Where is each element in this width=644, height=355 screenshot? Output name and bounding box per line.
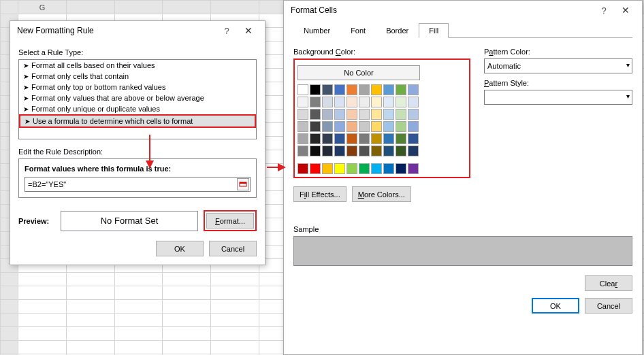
help-button[interactable]: ? [594, 5, 613, 16]
color-swatch[interactable] [371, 97, 382, 107]
color-swatch[interactable] [347, 133, 357, 144]
color-swatch[interactable] [297, 109, 308, 120]
rule-type-item[interactable]: ➤Format all cells based on their values [19, 60, 256, 71]
color-swatch[interactable] [310, 146, 321, 156]
color-swatch[interactable] [334, 97, 345, 107]
color-swatch[interactable] [334, 121, 345, 132]
pattern-color-select[interactable] [484, 58, 632, 73]
no-color-button[interactable]: No Color [297, 65, 420, 80]
color-swatch[interactable] [359, 133, 370, 144]
rule-type-item-formula[interactable]: ➤Use a formula to determine which cells … [19, 114, 256, 128]
color-swatch[interactable] [310, 133, 321, 144]
ok-button[interactable]: OK [532, 298, 579, 314]
more-colors-button[interactable]: More Colors... [352, 186, 411, 202]
color-swatch[interactable] [359, 109, 370, 120]
color-swatch[interactable] [359, 97, 370, 107]
color-swatch[interactable] [371, 84, 382, 95]
color-swatch[interactable] [383, 146, 394, 156]
tab-number[interactable]: Number [293, 23, 340, 38]
new-formatting-rule-dialog: New Formatting Rule ? ✕ Select a Rule Ty… [10, 20, 265, 265]
color-swatch[interactable] [408, 121, 419, 132]
color-swatch[interactable] [408, 146, 419, 156]
fill-effects-button[interactable]: Fill Effects... [293, 186, 347, 202]
cancel-button[interactable]: Cancel [209, 241, 257, 256]
rule-type-list[interactable]: ➤Format all cells based on their values … [18, 59, 257, 139]
color-swatch[interactable] [347, 121, 357, 132]
col-header[interactable]: G [18, 1, 67, 14]
range-selector-button[interactable] [237, 178, 249, 190]
cancel-button[interactable]: Cancel [585, 298, 632, 314]
color-swatch[interactable] [347, 109, 357, 120]
color-swatch[interactable] [297, 97, 308, 107]
color-swatch[interactable] [347, 84, 357, 95]
color-swatch[interactable] [322, 121, 333, 132]
color-swatch[interactable] [408, 109, 419, 120]
color-swatch[interactable] [310, 97, 321, 107]
color-swatch[interactable] [322, 84, 333, 95]
tab-font[interactable]: Font [340, 23, 376, 38]
color-swatch[interactable] [396, 109, 406, 120]
color-swatch[interactable] [310, 121, 321, 132]
color-swatch[interactable] [310, 84, 321, 95]
color-swatch[interactable] [334, 163, 345, 174]
color-swatch[interactable] [334, 133, 345, 144]
color-swatch[interactable] [396, 84, 406, 95]
color-swatch[interactable] [347, 163, 357, 174]
color-swatch[interactable] [322, 109, 333, 120]
color-swatch[interactable] [334, 109, 345, 120]
color-swatch[interactable] [383, 109, 394, 120]
color-swatch[interactable] [396, 121, 406, 132]
color-swatch[interactable] [322, 163, 333, 174]
color-swatch[interactable] [371, 163, 382, 174]
pattern-style-select[interactable] [484, 90, 632, 105]
color-swatch[interactable] [334, 146, 345, 156]
color-swatch[interactable] [347, 146, 357, 156]
color-swatch[interactable] [371, 121, 382, 132]
color-swatch[interactable] [408, 163, 419, 174]
color-swatch[interactable] [297, 146, 308, 156]
ok-button[interactable]: OK [156, 241, 204, 256]
rule-type-item[interactable]: ➤Format only values that are above or be… [19, 92, 256, 103]
color-swatch[interactable] [408, 97, 419, 107]
color-swatch[interactable] [322, 97, 333, 107]
color-swatch[interactable] [322, 146, 333, 156]
rule-type-item[interactable]: ➤Format only top or bottom ranked values [19, 82, 256, 92]
color-swatch[interactable] [408, 84, 419, 95]
formula-input[interactable] [25, 177, 251, 192]
color-swatch[interactable] [359, 146, 370, 156]
color-swatch[interactable] [371, 133, 382, 144]
color-swatch[interactable] [359, 121, 370, 132]
color-swatch[interactable] [383, 163, 394, 174]
format-button[interactable]: Format... [206, 213, 254, 229]
color-swatch[interactable] [310, 109, 321, 120]
tab-fill[interactable]: Fill [419, 23, 449, 38]
color-swatch[interactable] [383, 133, 394, 144]
tab-border[interactable]: Border [376, 23, 419, 38]
close-button[interactable]: ✕ [613, 3, 638, 18]
help-button[interactable]: ? [217, 26, 236, 36]
rule-type-item[interactable]: ➤Format only unique or duplicate values [19, 103, 256, 114]
close-button[interactable]: ✕ [236, 23, 261, 38]
color-swatch[interactable] [322, 133, 333, 144]
color-swatch[interactable] [359, 163, 370, 174]
color-swatch[interactable] [347, 97, 357, 107]
color-swatch[interactable] [297, 84, 308, 95]
color-swatch[interactable] [383, 84, 394, 95]
rule-type-item[interactable]: ➤Format only cells that contain [19, 71, 256, 82]
color-swatch[interactable] [408, 133, 419, 144]
clear-button[interactable]: Clear [585, 275, 632, 291]
color-swatch[interactable] [396, 163, 406, 174]
color-swatch[interactable] [396, 146, 406, 156]
color-swatch[interactable] [334, 84, 345, 95]
color-swatch[interactable] [359, 84, 370, 95]
color-swatch[interactable] [297, 133, 308, 144]
color-swatch[interactable] [310, 163, 321, 174]
color-swatch[interactable] [371, 146, 382, 156]
color-swatch[interactable] [297, 121, 308, 132]
color-swatch[interactable] [396, 133, 406, 144]
color-swatch[interactable] [371, 109, 382, 120]
color-swatch[interactable] [383, 97, 394, 107]
color-swatch[interactable] [383, 121, 394, 132]
color-swatch[interactable] [396, 97, 406, 107]
color-swatch[interactable] [297, 163, 308, 174]
